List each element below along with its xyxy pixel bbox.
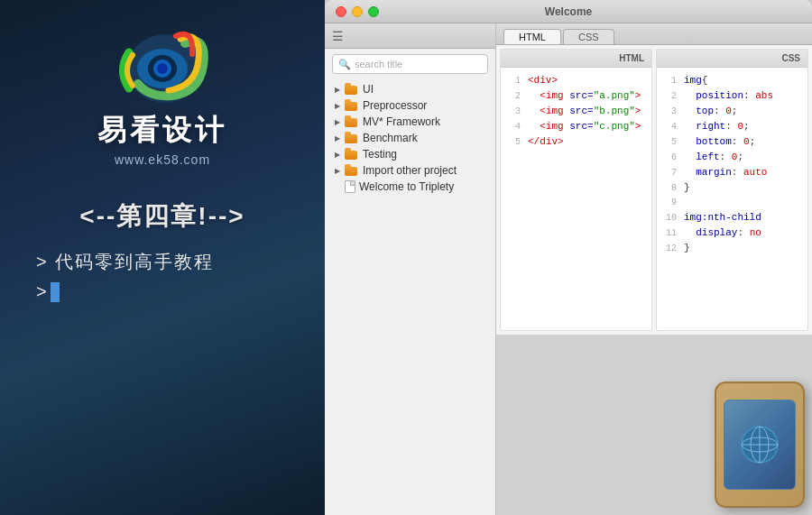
cursor-line: > bbox=[18, 281, 307, 302]
tree-arrow-mvframework: ▶ bbox=[332, 116, 343, 127]
html-panel-header: HTML bbox=[501, 50, 651, 68]
folder-icon-testing bbox=[345, 149, 359, 160]
card-illustration bbox=[715, 382, 805, 508]
cursor-block bbox=[51, 282, 60, 302]
window-chrome: Welcome bbox=[325, 0, 812, 23]
html-line-5: 5 </div> bbox=[504, 134, 648, 150]
maximize-button[interactable] bbox=[368, 6, 379, 17]
traffic-lights bbox=[336, 6, 379, 17]
sidebar-toolbar: ☰ bbox=[325, 23, 495, 49]
css-line-10: 10 img:nth-child bbox=[660, 210, 804, 225]
search-bar[interactable]: 🔍 search title bbox=[332, 54, 488, 74]
folder-icon-import bbox=[345, 165, 359, 176]
tree-item-ui[interactable]: ▶ UI bbox=[325, 81, 495, 97]
window-title: Welcome bbox=[545, 5, 592, 18]
html-code-content: 1 <div> 2 <img src="a.png"> 3 <img src="… bbox=[501, 68, 651, 330]
css-code-panel: CSS 1 img{ 2 position: abs 3 bbox=[656, 49, 808, 331]
css-line-9: 9 bbox=[660, 196, 804, 210]
css-line-4: 4 right: 0; bbox=[660, 119, 804, 134]
tree-label-benchmark: Benchmark bbox=[363, 132, 418, 144]
brand-name-cn: 易看设计 bbox=[97, 111, 227, 151]
left-panel: 易看设计 www.ek58.com <--第四章!--> > 代码零到高手教程 … bbox=[0, 0, 325, 515]
tree-item-benchmark[interactable]: ▶ Benchmark bbox=[325, 130, 495, 146]
tree-arrow-import: ▶ bbox=[332, 165, 343, 176]
window-body: ☰ 🔍 search title ▶ UI ▶ Preprocessor bbox=[325, 23, 812, 515]
css-panel-header: CSS bbox=[657, 50, 807, 68]
subtitle-line: > 代码零到高手教程 bbox=[18, 250, 307, 274]
css-line-12: 12 } bbox=[660, 241, 804, 256]
css-header-label: CSS bbox=[781, 53, 800, 63]
file-sidebar: ☰ 🔍 search title ▶ UI ▶ Preprocessor bbox=[325, 23, 496, 515]
html-header-label: HTML bbox=[619, 53, 644, 63]
html-line-1: 1 <div> bbox=[504, 73, 648, 88]
folder-icon-ui bbox=[345, 84, 359, 95]
tree-item-testing[interactable]: ▶ Testing bbox=[325, 146, 495, 162]
search-placeholder: search title bbox=[355, 59, 402, 69]
css-line-8: 8 } bbox=[660, 180, 804, 196]
tree-item-import[interactable]: ▶ Import other project bbox=[325, 162, 495, 179]
tree-item-preprocessor[interactable]: ▶ Preprocessor bbox=[325, 97, 495, 114]
tree-arrow-ui: ▶ bbox=[332, 84, 343, 95]
tree-label-ui: UI bbox=[363, 83, 374, 96]
hamburger-icon[interactable]: ☰ bbox=[332, 29, 344, 43]
file-tree: ▶ UI ▶ Preprocessor ▶ MV* Framework bbox=[325, 79, 495, 515]
svg-point-4 bbox=[157, 63, 168, 74]
html-line-3: 3 <img src="b.png"> bbox=[504, 104, 648, 119]
tree-label-welcome: Welcome to Triplety bbox=[359, 180, 454, 193]
folder-icon-benchmark bbox=[345, 133, 359, 143]
cursor-gt: > bbox=[36, 281, 47, 302]
card-globe-icon bbox=[737, 422, 782, 467]
tree-label-preprocessor: Preprocessor bbox=[363, 99, 427, 112]
code-panels: HTML 1 <div> 2 <img src="a.png"> 3 bbox=[496, 45, 812, 335]
search-icon: 🔍 bbox=[338, 59, 351, 70]
tree-item-mvframework[interactable]: ▶ MV* Framework bbox=[325, 114, 495, 130]
css-line-3: 3 top: 0; bbox=[660, 104, 804, 119]
tab-html[interactable]: HTML bbox=[503, 29, 561, 44]
tree-item-welcome[interactable]: ▶ Welcome to Triplety bbox=[325, 179, 495, 195]
html-code-panel: HTML 1 <div> 2 <img src="a.png"> 3 bbox=[500, 49, 652, 331]
css-line-11: 11 display: no bbox=[660, 225, 804, 241]
brand-url: www.ek58.com bbox=[115, 152, 210, 167]
css-line-2: 2 position: abs bbox=[660, 88, 804, 104]
bottom-right-area bbox=[496, 335, 812, 515]
tree-arrow-preprocessor: ▶ bbox=[332, 100, 343, 111]
card-inner bbox=[724, 400, 796, 490]
code-area: HTML CSS HTML 1 <div> 2 bbox=[496, 23, 812, 515]
minimize-button[interactable] bbox=[352, 6, 363, 17]
tab-css[interactable]: CSS bbox=[563, 29, 614, 44]
css-line-5: 5 bottom: 0; bbox=[660, 134, 804, 150]
css-code-content: 1 img{ 2 position: abs 3 top: 0; 4 bbox=[657, 68, 807, 330]
css-line-1: 1 img{ bbox=[660, 73, 804, 88]
brand-logo bbox=[104, 25, 221, 111]
css-line-6: 6 left: 0; bbox=[660, 150, 804, 165]
logo-area: 易看设计 www.ek58.com bbox=[97, 25, 227, 167]
folder-icon-preprocessor bbox=[345, 100, 359, 111]
tree-label-mvframework: MV* Framework bbox=[363, 115, 440, 128]
html-line-2: 2 <img src="a.png"> bbox=[504, 88, 648, 104]
folder-icon-mvframework bbox=[345, 116, 359, 127]
code-tabs: HTML CSS bbox=[496, 23, 812, 45]
tree-arrow-benchmark: ▶ bbox=[332, 133, 343, 143]
chapter-label: <--第四章!--> bbox=[79, 199, 245, 234]
close-button[interactable] bbox=[336, 6, 346, 17]
css-line-7: 7 margin: auto bbox=[660, 165, 804, 180]
tree-label-import: Import other project bbox=[363, 164, 457, 177]
right-panel: Welcome ☰ 🔍 search title ▶ UI ▶ bbox=[325, 0, 812, 515]
tree-arrow-testing: ▶ bbox=[332, 149, 343, 160]
html-line-4: 4 <img src="c.png"> bbox=[504, 119, 648, 134]
tree-label-testing: Testing bbox=[363, 148, 397, 161]
file-icon-welcome bbox=[345, 180, 355, 193]
